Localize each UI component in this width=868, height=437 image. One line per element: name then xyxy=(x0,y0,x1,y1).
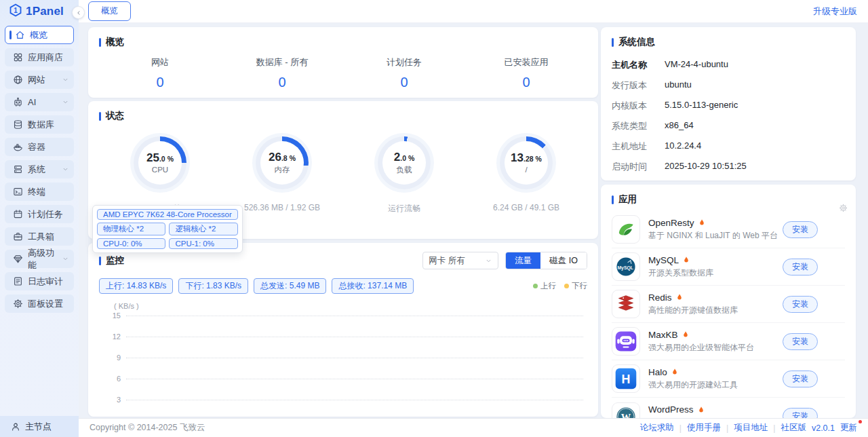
app-row-mysql[interactable]: MySQLMySQL开源关系型数据库安装 xyxy=(612,248,845,286)
logo[interactable]: 1 1Panel xyxy=(0,0,79,23)
app-text: WordPress著名的开源博客软件和 CMS 系统 xyxy=(648,404,777,418)
robot-icon xyxy=(13,97,23,107)
svg-text:1: 1 xyxy=(14,7,18,14)
sidebar-item-app-store[interactable]: 应用商店 xyxy=(5,48,74,66)
app-name: MySQL xyxy=(648,255,679,265)
install-button[interactable]: 安装 xyxy=(783,370,818,387)
gauge-ring[interactable]: 13.28 %/ xyxy=(496,133,556,193)
cpu-detail-tag: 逻辑核心 *2 xyxy=(169,223,237,235)
update-link[interactable]: 更新 xyxy=(840,422,857,434)
app-row-halo[interactable]: HHalo强大易用的开源建站工具安装 xyxy=(612,360,845,398)
stat-value[interactable]: 0 xyxy=(465,75,587,90)
gauge-负载: 2.0 %负载运行流畅 xyxy=(343,133,465,214)
install-button[interactable]: 安装 xyxy=(783,221,818,238)
y-axis-tick: 3 xyxy=(103,396,121,404)
gauge-ring[interactable]: 2.0 %负载 xyxy=(374,133,434,193)
info-value: 5.15.0-113-generic xyxy=(665,100,738,112)
overview-title: 概览 xyxy=(99,36,587,48)
footer-link-论坛求助[interactable]: 论坛求助 xyxy=(640,422,674,434)
gauge-caption: 6.24 GB / 49.1 GB xyxy=(493,203,559,212)
legend-item-上行[interactable]: 上行 xyxy=(533,281,556,291)
sidebar-item-toolbox[interactable]: 工具箱 xyxy=(5,227,74,246)
sidebar-item-cronjob[interactable]: 计划任务 xyxy=(5,205,74,223)
sidebar-item-label: 网站 xyxy=(28,74,45,86)
brand-name: 1Panel xyxy=(26,5,64,18)
footer-link-项目地址[interactable]: 项目地址 xyxy=(734,422,768,434)
sidebar-item-logs[interactable]: 日志审计 xyxy=(5,272,74,290)
flame-icon xyxy=(698,218,706,227)
stat-计划任务: 计划任务0 xyxy=(343,56,465,90)
sidebar-item-container[interactable]: 容器 xyxy=(5,138,74,156)
install-button[interactable]: 安装 xyxy=(783,408,818,418)
legend-item-下行[interactable]: 下行 xyxy=(564,281,587,291)
sidebar-item-advanced[interactable]: 高级功能 xyxy=(5,250,74,268)
sidebar-item-label: 高级功能 xyxy=(28,247,62,271)
system-info-title: 系统信息 xyxy=(612,36,845,48)
footer-link-使用手册[interactable]: 使用手册 xyxy=(687,422,721,434)
gauge-ring[interactable]: 26.8 %内存 xyxy=(252,133,312,193)
redis-icon xyxy=(612,290,640,318)
install-button[interactable]: 安装 xyxy=(783,259,818,276)
app-row-wordpress[interactable]: WWordPress著名的开源博客软件和 CMS 系统安装 xyxy=(612,398,845,418)
network-card-select[interactable]: 网卡 所有 xyxy=(422,252,498,269)
stat-value[interactable]: 0 xyxy=(99,75,221,90)
traffic-summary-tags: 上行: 14.83 KB/s下行: 1.83 KB/s总发送: 5.49 MB总… xyxy=(99,278,587,294)
info-value: x86_64 xyxy=(665,120,694,132)
flame-icon xyxy=(675,293,684,301)
app-name: WordPress xyxy=(648,404,694,415)
stat-value[interactable]: 0 xyxy=(221,75,343,90)
maxkb-icon xyxy=(612,327,640,356)
home-icon xyxy=(15,30,25,40)
gauge-caption: 526.36 MB / 1.92 GB xyxy=(244,203,320,212)
install-button[interactable]: 安装 xyxy=(783,296,818,313)
info-value: 2025-10-29 10:51:25 xyxy=(665,161,747,173)
gem-icon xyxy=(13,254,23,264)
gridline xyxy=(126,337,583,337)
sidebar-collapse-button[interactable] xyxy=(72,6,85,19)
sidebar-item-label: 日志审计 xyxy=(28,276,63,288)
upgrade-pro-link[interactable]: 升级专业版 xyxy=(813,5,857,18)
app-row-redis[interactable]: Redis高性能的开源键值数据库安装 xyxy=(612,286,845,323)
sidebar-item-system[interactable]: 系统 xyxy=(5,160,74,178)
apps-settings-gear-icon[interactable] xyxy=(839,204,848,212)
sidebar-item-label: 系统 xyxy=(28,164,45,176)
sidebar-item-ai[interactable]: AI xyxy=(5,93,74,111)
stat-value[interactable]: 0 xyxy=(343,75,465,90)
footer: Copyright © 2014-2025 飞致云 论坛求助|使用手册|项目地址… xyxy=(79,418,868,437)
edition-link[interactable]: 社区版 xyxy=(781,422,806,434)
monitor-mode-toggle: 流量磁盘 IO xyxy=(505,252,587,269)
stat-label: 网站 xyxy=(99,56,221,69)
app-row-openresty[interactable]: OpenResty基于 NGINX 和 LuaJIT 的 Web 平台安装 xyxy=(612,211,845,248)
hexagon-logo-icon: 1 xyxy=(9,3,22,20)
sidebar-item-overview[interactable]: 概览 xyxy=(5,26,74,44)
app-description: 开源关系型数据库 xyxy=(648,267,777,279)
sidebar-item-master-node[interactable]: 主节点 xyxy=(0,416,79,437)
sidebar-item-database[interactable]: 数据库 xyxy=(5,115,74,134)
sidebar-item-label: 工具箱 xyxy=(28,231,54,243)
tab-overview[interactable]: 概览 xyxy=(88,1,131,21)
separator: | xyxy=(773,423,775,433)
flame-icon xyxy=(671,368,679,376)
toggle-磁盘 IO[interactable]: 磁盘 IO xyxy=(540,252,587,269)
chart-y-axis-unit: ( KB/s ) xyxy=(114,302,587,310)
y-axis-tick: 6 xyxy=(103,375,121,383)
gauge-ring[interactable]: 25.0 %CPU xyxy=(130,133,190,193)
sidebar-item-settings[interactable]: 面板设置 xyxy=(5,294,74,313)
cpu-detail-tooltip: AMD EPYC 7K62 48-Core Processor物理核心 *2逻辑… xyxy=(92,205,243,253)
info-label: 内核版本 xyxy=(612,100,655,112)
chart-legend: 上行下行 xyxy=(533,281,587,291)
sidebar-item-terminal[interactable]: 终端 xyxy=(5,183,74,201)
monitor-title: 监控 xyxy=(99,254,124,267)
gauge-label: CPU xyxy=(152,166,168,174)
sidebar-item-label: 计划任务 xyxy=(28,208,63,221)
sidebar-item-website[interactable]: 网站 xyxy=(5,71,74,89)
update-badge-dot xyxy=(859,420,862,423)
sidebar-item-label: AI xyxy=(28,97,36,107)
app-row-maxkb[interactable]: MaxKB强大易用的企业级智能体平台安装 xyxy=(612,323,845,360)
legend-label: 下行 xyxy=(572,281,587,291)
system-info-row: 运行时间27分钟 1秒 xyxy=(612,177,845,180)
toggle-流量[interactable]: 流量 xyxy=(506,252,540,269)
install-button[interactable]: 安装 xyxy=(783,333,818,350)
master-node-label: 主节点 xyxy=(25,421,52,433)
title-bar xyxy=(99,112,101,121)
